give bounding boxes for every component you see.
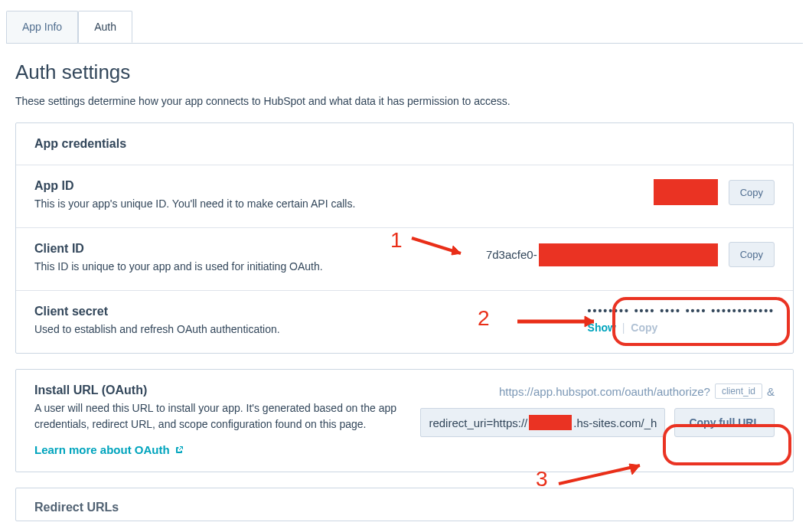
- page-subtitle: These settings determine how your app co…: [15, 95, 803, 107]
- separator: |: [622, 321, 625, 334]
- desc-app-id: This is your app's unique ID. You'll nee…: [34, 196, 355, 212]
- row-client-id: Client ID This ID is unique to your app …: [16, 227, 793, 290]
- show-secret-link[interactable]: Show: [588, 321, 616, 334]
- label-redirect-urls: Redirect URLs: [34, 501, 775, 514]
- redirect-post: .hs-sites.com/_h: [573, 416, 657, 429]
- tab-app-info[interactable]: App Info: [6, 11, 78, 43]
- chip-client-id: client_id: [715, 383, 762, 399]
- panel-redirect-urls: Redirect URLs: [15, 488, 794, 521]
- panel-header-credentials: App credentials: [16, 123, 793, 165]
- redirect-pre: redirect_uri=https://: [429, 416, 527, 429]
- desc-client-id: This ID is unique to your app and is use…: [34, 259, 323, 275]
- row-client-secret: Client secret Used to establish and refr…: [16, 290, 793, 353]
- copy-secret-link[interactable]: Copy: [631, 321, 657, 334]
- copy-client-id-button[interactable]: Copy: [729, 242, 775, 267]
- value-client-secret-masked: •••••••• •••• •••• •••• ••••••••••••: [588, 305, 775, 317]
- learn-more-oauth-link[interactable]: Learn more about OAuth: [34, 443, 184, 456]
- install-url-prefix: https://app.hubspot.com/oauth/authorize?: [499, 385, 710, 398]
- label-client-id: Client ID: [34, 242, 323, 256]
- label-client-secret: Client secret: [34, 305, 280, 318]
- copy-app-id-button[interactable]: Copy: [729, 180, 775, 205]
- desc-client-secret: Used to establish and refresh OAuth auth…: [34, 321, 280, 338]
- redacted-client-id: [539, 243, 718, 266]
- desc-install-url: A user will need this URL to install you…: [34, 400, 408, 432]
- copy-full-url-button[interactable]: Copy full URL: [674, 408, 775, 437]
- tab-auth[interactable]: Auth: [78, 11, 132, 43]
- panel-install-url: Install URL (OAuth) A user will need thi…: [15, 369, 794, 472]
- amp: &: [767, 385, 775, 398]
- page-title: Auth settings: [15, 60, 803, 84]
- panel-app-credentials: App credentials App ID This is your app'…: [15, 122, 794, 354]
- row-app-id: App ID This is your app's unique ID. You…: [16, 165, 793, 227]
- label-app-id: App ID: [34, 179, 355, 193]
- tabs: App Info Auth: [6, 11, 803, 44]
- redacted-redirect: [529, 415, 572, 430]
- label-install-url: Install URL (OAuth): [34, 383, 408, 397]
- redacted-app-id: [654, 179, 718, 205]
- learn-more-label: Learn more about OAuth: [34, 443, 170, 456]
- external-link-icon: [175, 446, 184, 455]
- redirect-uri-field[interactable]: redirect_uri=https:// .hs-sites.com/_h: [420, 408, 665, 437]
- value-client-id-prefix: 7d3acfe0-: [486, 248, 537, 261]
